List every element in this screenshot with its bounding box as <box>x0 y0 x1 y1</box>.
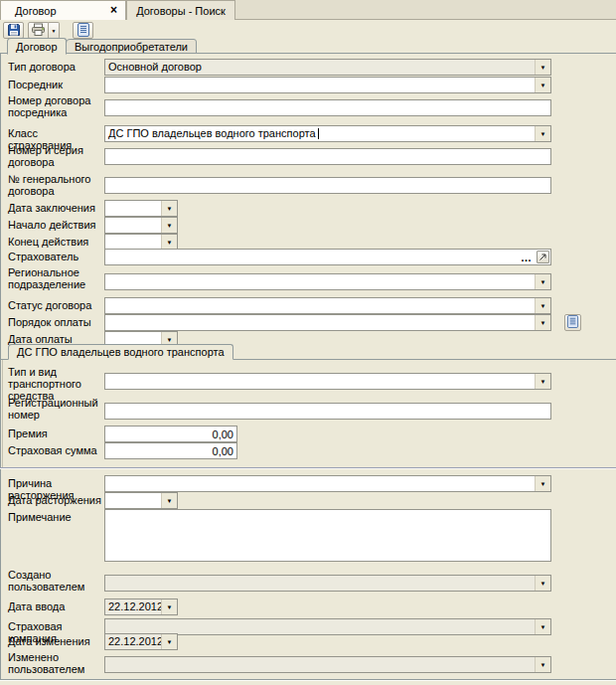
contract-number-series-input[interactable] <box>104 148 551 165</box>
entry-date-label: Дата ввода <box>8 600 102 612</box>
dropdown-arrow-icon[interactable]: ▼ <box>161 493 177 508</box>
policyholder-lookup[interactable]: … <box>104 249 551 265</box>
general-contract-number-label: № генерального договора <box>8 173 102 197</box>
regional-division-label: Региональное подразделение <box>8 266 102 290</box>
doc-tab-contract[interactable]: Договор × <box>0 0 126 20</box>
registration-number-input[interactable] <box>104 403 551 420</box>
payment-order-label: Порядок оплаты <box>8 316 102 328</box>
entry-date-combo[interactable]: 22.12.2012 ▼ <box>104 599 178 615</box>
bottom-strip <box>0 680 616 685</box>
dropdown-arrow-icon[interactable]: ▼ <box>161 218 177 233</box>
termination-reason-value <box>105 476 535 491</box>
created-by-label: Создано пользователем <box>8 569 102 593</box>
dropdown-arrow-icon[interactable]: ▼ <box>535 374 550 389</box>
contract-type-combo[interactable]: Основной договор ▼ <box>104 59 551 76</box>
dropdown-arrow-icon[interactable]: ▼ <box>161 235 177 250</box>
vehicle-type-value <box>105 374 535 389</box>
conclusion-date-value <box>105 201 161 216</box>
print-split-button: ▼ <box>28 22 60 39</box>
dropdown-arrow-icon[interactable]: ▼ <box>535 298 550 313</box>
close-tab-icon[interactable]: × <box>110 3 117 17</box>
intermediary-number-field <box>104 99 551 116</box>
termination-date-value <box>105 493 161 508</box>
text-caret <box>318 128 319 139</box>
registration-number-label: Регистрационный номер <box>8 397 102 421</box>
dropdown-arrow-icon[interactable]: ▼ <box>535 126 550 141</box>
contract-window: Договор × Договоры - Поиск ▼ <box>0 0 616 685</box>
save-button[interactable] <box>3 22 24 39</box>
end-date-label: Конец действия <box>8 236 102 248</box>
created-by-combo[interactable]: ▼ <box>104 575 551 592</box>
note-label: Примечание <box>8 511 102 523</box>
conclusion-date-combo[interactable]: ▼ <box>104 200 178 217</box>
note-textarea[interactable] <box>104 509 551 562</box>
changed-by-value <box>105 657 535 672</box>
intermediary-number-input[interactable] <box>104 99 551 116</box>
print-dropdown-arrow-icon[interactable]: ▼ <box>49 22 60 39</box>
dropdown-arrow-icon[interactable]: ▼ <box>535 274 550 289</box>
journal-icon <box>77 23 90 39</box>
dropdown-arrow-icon[interactable]: ▼ <box>161 634 177 649</box>
termination-reason-combo[interactable]: ▼ <box>104 475 551 492</box>
contract-status-value <box>105 298 535 313</box>
insurance-class-combo[interactable]: ДС ГПО владельцев водного транспорта ▼ <box>104 125 551 142</box>
payment-order-combo[interactable]: ▼ <box>104 314 551 331</box>
regional-division-combo[interactable]: ▼ <box>104 273 551 290</box>
contract-type-label: Тип договора <box>8 61 102 73</box>
premium-input[interactable] <box>104 426 237 442</box>
insured-sum-field <box>104 442 237 459</box>
insured-sum-input[interactable] <box>104 442 237 459</box>
dropdown-arrow-icon[interactable]: ▼ <box>535 657 550 672</box>
entry-date-value: 22.12.2012 <box>105 599 161 614</box>
printer-icon <box>31 23 46 39</box>
start-date-combo[interactable]: ▼ <box>104 217 178 234</box>
dropdown-arrow-icon[interactable]: ▼ <box>535 476 550 491</box>
journal-button[interactable] <box>73 22 93 39</box>
contract-status-label: Статус договора <box>8 299 102 311</box>
dropdown-arrow-icon[interactable]: ▼ <box>535 576 550 591</box>
open-card-icon <box>539 253 547 261</box>
changed-by-combo[interactable]: ▼ <box>104 656 551 673</box>
doc-tab-contracts-search[interactable]: Договоры - Поиск <box>126 0 235 20</box>
start-date-label: Начало действия <box>8 219 102 231</box>
created-by-value <box>105 576 535 591</box>
dropdown-arrow-icon[interactable]: ▼ <box>161 599 177 614</box>
group-tab-water-transport[interactable]: ДС ГПО владельцев водного транспорта <box>8 344 233 360</box>
contract-number-series-label: Номер и серия договора <box>8 144 102 168</box>
dropdown-arrow-icon[interactable]: ▼ <box>535 315 550 330</box>
contract-status-combo[interactable]: ▼ <box>104 297 551 314</box>
change-date-combo[interactable]: 22.12.2012 ▼ <box>104 633 178 650</box>
dropdown-arrow-icon[interactable]: ▼ <box>535 78 550 92</box>
payment-order-value <box>105 315 535 330</box>
intermediary-value <box>105 78 535 92</box>
floppy-disk-icon <box>7 23 21 39</box>
section-divider-highlight <box>0 468 616 469</box>
general-contract-number-input[interactable] <box>104 177 551 194</box>
changed-by-label: Изменено пользователем <box>8 651 102 675</box>
end-date-value <box>105 235 161 250</box>
insurance-class-value: ДС ГПО владельцев водного транспорта <box>105 126 535 141</box>
dropdown-arrow-icon[interactable]: ▼ <box>535 619 550 634</box>
contract-number-series-field <box>104 148 551 165</box>
dropdown-arrow-icon[interactable]: ▼ <box>535 60 550 75</box>
ellipsis-button[interactable]: … <box>517 252 537 263</box>
doc-tab-contract-label: Договор <box>15 5 57 17</box>
tab-beneficiaries-label: Выгодоприобретатели <box>75 41 188 53</box>
intermediary-label: Посредник <box>8 79 102 90</box>
open-card-button[interactable] <box>537 251 549 263</box>
group-tab-label: ДС ГПО владельцев водного транспорта <box>17 346 225 358</box>
dropdown-arrow-icon[interactable]: ▼ <box>161 201 177 216</box>
premium-label: Премия <box>8 428 102 439</box>
tab-beneficiaries[interactable]: Выгодоприобретатели <box>66 39 197 54</box>
termination-date-combo[interactable]: ▼ <box>104 492 178 509</box>
vehicle-type-combo[interactable]: ▼ <box>104 373 551 390</box>
intermediary-combo[interactable]: ▼ <box>104 77 551 93</box>
tab-contract[interactable]: Договор <box>7 38 67 55</box>
registration-number-field <box>104 403 551 420</box>
conclusion-date-label: Дата заключения <box>8 202 102 214</box>
payment-schedule-button[interactable] <box>564 314 581 331</box>
group-left-border <box>2 359 3 467</box>
change-date-label: Дата изменения <box>8 635 102 647</box>
policyholder-value <box>105 257 517 258</box>
print-button[interactable] <box>28 22 49 39</box>
